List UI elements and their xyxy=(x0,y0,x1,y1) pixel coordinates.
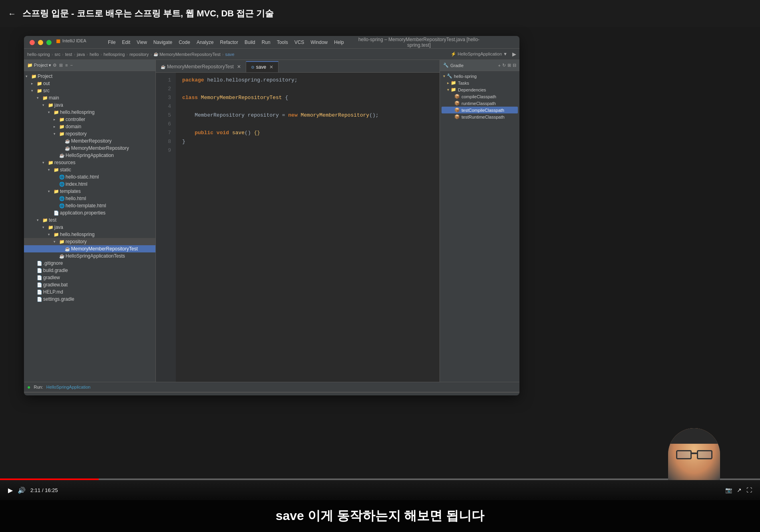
console-settings-icon[interactable]: ⚙ xyxy=(499,394,505,395)
project-panel-header: 📁 Project ▾ ⚙ ⊞ ≡ − xyxy=(24,60,155,71)
gradle-tree: ▾ 🔧 hello-spring ▸ 📁 Tasks ▾ 📁 Dependenc… xyxy=(440,71,519,122)
tab-memorymemberrepositorytest[interactable]: ☕ MemoryMemberRepositoryTest ✕ xyxy=(156,61,246,72)
project-panel: 📁 Project ▾ ⚙ ⊞ ≡ − ▾ 📁 Project xyxy=(24,60,156,382)
tree-application-properties[interactable]: 📄 application.properties xyxy=(24,209,155,216)
window-controls xyxy=(30,40,52,45)
tree-index[interactable]: 🌐 index.html xyxy=(24,181,155,188)
window-title: hello-spring – MemoryMemberRepositoryTes… xyxy=(350,37,487,48)
run-app-link[interactable]: HelloSpringApplication xyxy=(46,385,91,389)
menu-file[interactable]: File xyxy=(108,40,115,45)
back-button[interactable]: ← xyxy=(8,9,16,18)
tree-hello-template[interactable]: 🌐 hello-template.html xyxy=(24,202,155,209)
tree-project[interactable]: ▾ 📁 Project xyxy=(24,73,155,80)
tree-out[interactable]: ▸ 📁 out xyxy=(24,80,155,87)
tree-help-md[interactable]: 📄 HELP.md xyxy=(24,288,155,296)
ide-window: ◼ IntelliJ IDEA File Edit View Navigate … xyxy=(24,36,519,395)
gradle-testcompileclasspath[interactable]: 📦 testCompileClasspath xyxy=(442,107,518,113)
tree-settings-gradle[interactable]: 📄 settings.gradle xyxy=(24,296,155,303)
tree-hello-html[interactable]: 🌐 hello.html xyxy=(24,195,155,202)
tree-hello-static[interactable]: 🌐 hello-static.html xyxy=(24,173,155,181)
tree-domain[interactable]: ▸ 📁 domain xyxy=(24,123,155,130)
tree-repository[interactable]: ▾ 📁 repository xyxy=(24,130,155,137)
close-button[interactable] xyxy=(30,40,35,45)
play-button[interactable]: ▶ xyxy=(8,486,13,494)
maximize-button[interactable] xyxy=(46,40,52,45)
menu-run[interactable]: Run xyxy=(262,40,271,45)
menu-analyze[interactable]: Analyze xyxy=(197,40,214,45)
tree-gitignore[interactable]: 📄 .gitignore xyxy=(24,260,155,267)
line-numbers: 1 2 3 4 5 6 7 8 9 xyxy=(156,73,176,382)
tree-gradlew-bat[interactable]: 📄 gradlew.bat xyxy=(24,281,155,288)
right-controls: 📷 ↗ ⛶ xyxy=(725,487,752,493)
tree-templates[interactable]: ▾ 📁 templates xyxy=(24,188,155,195)
panel-minimize-icon[interactable]: − xyxy=(70,63,73,68)
menu-code[interactable]: Code xyxy=(179,40,190,45)
tree-controller[interactable]: ▸ 📁 controller xyxy=(24,116,155,123)
console-area: Console Endpoints ⚙ − 2020-07-04 23:36:4… xyxy=(24,392,519,395)
panel-settings-icon[interactable]: ⚙ xyxy=(53,63,57,68)
gradle-runtimeclasspath[interactable]: 📦 runtimeClasspath xyxy=(442,100,518,107)
tree-test-hellohellospring[interactable]: ▾ 📁 hello.hellospring xyxy=(24,231,155,238)
tree-java[interactable]: ▾ 📁 java xyxy=(24,101,155,109)
menu-build[interactable]: Build xyxy=(245,40,255,45)
code-content[interactable]: package hello.hellospring.repository; cl… xyxy=(176,73,440,382)
gradle-dependencies[interactable]: ▾ 📁 Dependencies xyxy=(442,86,518,93)
run-icon[interactable]: ▶ xyxy=(512,51,516,57)
gradle-tasks[interactable]: ▸ 📁 Tasks xyxy=(442,79,518,86)
gradle-add-icon[interactable]: + xyxy=(498,63,501,68)
menu-help[interactable]: Help xyxy=(334,40,344,45)
tree-build-gradle[interactable]: 📄 build.gradle xyxy=(24,267,155,274)
minimize-button[interactable] xyxy=(38,40,43,45)
menu-window[interactable]: Window xyxy=(310,40,328,45)
gradle-expand-icon[interactable]: ⊞ xyxy=(507,63,511,68)
gradle-panel-header: 🔧 Gradle + ↻ ⊞ ⊟ xyxy=(440,60,519,71)
course-title: 스프링 입문 - 코드로 배우는 스프링 부트, 웹 MVC, DB 접근 기술 xyxy=(22,8,274,20)
tab-endpoints[interactable]: Endpoints xyxy=(53,395,77,396)
gradle-icon: 🔧 xyxy=(443,63,449,68)
gradle-title: Gradle xyxy=(450,63,464,68)
tree-static[interactable]: ▾ 📁 static xyxy=(24,166,155,173)
breadcrumb: hello-spring › src › test › java › hello… xyxy=(24,49,519,60)
share-icon[interactable]: ↗ xyxy=(737,487,742,493)
gradle-refresh-icon[interactable]: ↻ xyxy=(502,63,506,68)
top-bar: ← 스프링 입문 - 코드로 배우는 스프링 부트, 웹 MVC, DB 접근 … xyxy=(0,0,760,27)
time-display: 2:11 / 16:25 xyxy=(30,487,58,493)
gradle-compileclasspath[interactable]: 📦 compileClasspath xyxy=(442,93,518,100)
tree-src[interactable]: ▾ 📁 src xyxy=(24,87,155,94)
menu-vcs[interactable]: VCS xyxy=(294,40,304,45)
tree-test[interactable]: ▾ 📁 test xyxy=(24,216,155,224)
tree-hellospringapplication[interactable]: ☕ HelloSpringApplication xyxy=(24,152,155,159)
gradle-testruntimeclasspath[interactable]: 📦 testRuntimeClasspath xyxy=(442,113,518,120)
gradle-hello-spring[interactable]: ▾ 🔧 hello-spring xyxy=(442,73,518,79)
menu-tools[interactable]: Tools xyxy=(277,40,288,45)
intellij-logo: ◼ IntelliJ IDEA xyxy=(56,38,86,44)
tree-test-java[interactable]: ▾ 📁 java xyxy=(24,224,155,231)
tree-test-repository[interactable]: ▾ 📁 repository xyxy=(24,238,155,245)
menu-refactor[interactable]: Refactor xyxy=(220,40,238,45)
run-config[interactable]: ⚡ HelloSpringApplication ▼ xyxy=(451,52,507,57)
panel-layout-icon[interactable]: ⊞ xyxy=(59,63,63,68)
tree-gradlew[interactable]: 📄 gradlew xyxy=(24,274,155,281)
tab-console[interactable]: Console xyxy=(27,395,48,396)
gradle-panel: 🔧 Gradle + ↻ ⊞ ⊟ ▾ 🔧 hello-spring ▸ 📁 Ta… xyxy=(440,60,519,382)
volume-button[interactable]: 🔊 xyxy=(18,486,26,494)
menu-navigate[interactable]: Navigate xyxy=(153,40,172,45)
tree-memberrepository[interactable]: ☕ MemberRepository xyxy=(24,137,155,145)
presenter-hair xyxy=(668,428,720,444)
tree-hellohellospring[interactable]: ▾ 📁 hello.hellospring xyxy=(24,109,155,116)
tree-memorymemberrepositorytest[interactable]: ☕ MemoryMemberRepositoryTest xyxy=(24,245,155,252)
tree-main[interactable]: ▾ 📁 main xyxy=(24,94,155,101)
gradle-collapse-icon[interactable]: ⊟ xyxy=(513,63,516,68)
tree-memorymemberrepository[interactable]: ☕ MemoryMemberRepository xyxy=(24,145,155,152)
screenshot-icon[interactable]: 📷 xyxy=(725,487,732,493)
menu-view[interactable]: View xyxy=(137,40,147,45)
console-close-icon[interactable]: − xyxy=(513,395,516,396)
tree-resources[interactable]: ▾ 📁 resources xyxy=(24,159,155,166)
glasses-left xyxy=(676,450,692,459)
fullscreen-icon[interactable]: ⛶ xyxy=(746,487,752,493)
panel-gear-icon[interactable]: ≡ xyxy=(65,63,68,68)
tab-save[interactable]: ⚙ save ✕ xyxy=(246,61,279,72)
menu-edit[interactable]: Edit xyxy=(122,40,130,45)
tree-hellospringapplicationtests[interactable]: ☕ HelloSpringApplicationTests xyxy=(24,252,155,260)
presenter xyxy=(668,428,720,480)
